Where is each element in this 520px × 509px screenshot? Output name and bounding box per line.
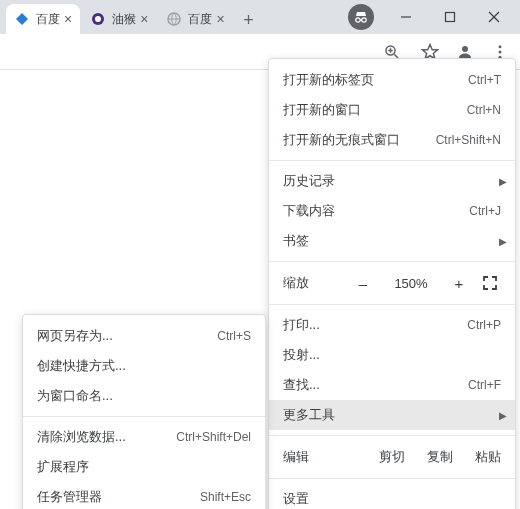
- favicon-icon: [14, 11, 30, 27]
- menu-label: 打开新的无痕式窗口: [283, 131, 436, 149]
- tab-strip: 百度 × 油猴 × 百度 × +: [0, 0, 520, 34]
- more-tools-submenu: 网页另存为... Ctrl+S 创建快捷方式... 为窗口命名... 清除浏览数…: [22, 314, 266, 509]
- menu-label: 编辑: [283, 448, 343, 466]
- tab-close-icon[interactable]: ×: [140, 12, 148, 26]
- svg-point-3: [356, 18, 360, 22]
- menu-more-tools[interactable]: 更多工具 ▶: [269, 400, 515, 430]
- tab-0[interactable]: 百度 ×: [6, 4, 80, 34]
- menu-history[interactable]: 历史记录 ▶: [269, 166, 515, 196]
- menu-label: 打开新的标签页: [283, 71, 468, 89]
- menu-shortcut: Ctrl+Shift+N: [436, 133, 501, 147]
- submenu-arrow-icon: ▶: [499, 176, 507, 187]
- favicon-icon: [166, 11, 182, 27]
- main-menu: 打开新的标签页 Ctrl+T 打开新的窗口 Ctrl+N 打开新的无痕式窗口 C…: [268, 58, 516, 509]
- submenu-task-manager[interactable]: 任务管理器 Shift+Esc: [23, 482, 265, 509]
- svg-line-10: [394, 54, 398, 58]
- svg-point-14: [462, 46, 468, 52]
- menu-downloads[interactable]: 下载内容 Ctrl+J: [269, 196, 515, 226]
- edit-cut-button[interactable]: 剪切: [379, 448, 405, 466]
- tab-2[interactable]: 百度 ×: [158, 4, 232, 34]
- menu-label: 打开新的窗口: [283, 101, 467, 119]
- menu-print[interactable]: 打印... Ctrl+P: [269, 310, 515, 340]
- menu-separator: [269, 478, 515, 479]
- tab-close-icon[interactable]: ×: [216, 12, 224, 26]
- edit-paste-button[interactable]: 粘贴: [475, 448, 501, 466]
- menu-shortcut: Ctrl+N: [467, 103, 501, 117]
- submenu-create-shortcut[interactable]: 创建快捷方式...: [23, 351, 265, 381]
- menu-shortcut: Ctrl+P: [467, 318, 501, 332]
- menu-zoom-row: 缩放 – 150% +: [269, 267, 515, 299]
- menu-label: 查找...: [283, 376, 468, 394]
- menu-new-tab[interactable]: 打开新的标签页 Ctrl+T: [269, 65, 515, 95]
- svg-point-16: [499, 50, 502, 53]
- menu-label: 设置: [283, 490, 501, 508]
- menu-label: 书签: [283, 232, 501, 250]
- menu-edit-row: 编辑 剪切 复制 粘贴: [269, 441, 515, 473]
- tab-title: 百度: [188, 11, 212, 28]
- submenu-name-window[interactable]: 为窗口命名...: [23, 381, 265, 411]
- window-controls: [348, 0, 520, 34]
- menu-label: 投射...: [283, 346, 501, 364]
- zoom-in-button[interactable]: +: [449, 275, 469, 292]
- menu-shortcut: Shift+Esc: [200, 490, 251, 504]
- minimize-button[interactable]: [384, 2, 428, 32]
- menu-shortcut: Ctrl+S: [217, 329, 251, 343]
- menu-separator: [269, 160, 515, 161]
- tab-close-icon[interactable]: ×: [64, 12, 72, 26]
- submenu-save-as[interactable]: 网页另存为... Ctrl+S: [23, 321, 265, 351]
- menu-separator: [269, 261, 515, 262]
- menu-separator: [23, 416, 265, 417]
- favicon-icon: [90, 11, 106, 27]
- menu-separator: [269, 304, 515, 305]
- menu-shortcut: Ctrl+Shift+Del: [176, 430, 251, 444]
- submenu-arrow-icon: ▶: [499, 410, 507, 421]
- svg-marker-13: [423, 44, 438, 58]
- submenu-arrow-icon: ▶: [499, 236, 507, 247]
- menu-bookmarks[interactable]: 书签 ▶: [269, 226, 515, 256]
- menu-find[interactable]: 查找... Ctrl+F: [269, 370, 515, 400]
- edit-copy-button[interactable]: 复制: [427, 448, 453, 466]
- menu-label: 扩展程序: [37, 458, 251, 476]
- tab-1[interactable]: 油猴 ×: [82, 4, 156, 34]
- new-tab-button[interactable]: +: [235, 6, 263, 34]
- menu-cast[interactable]: 投射...: [269, 340, 515, 370]
- submenu-clear-data[interactable]: 清除浏览数据... Ctrl+Shift+Del: [23, 422, 265, 452]
- menu-shortcut: Ctrl+T: [468, 73, 501, 87]
- menu-label: 更多工具: [283, 406, 501, 424]
- svg-rect-6: [446, 13, 455, 22]
- menu-label: 任务管理器: [37, 488, 200, 506]
- fullscreen-icon[interactable]: [479, 276, 501, 290]
- maximize-button[interactable]: [428, 2, 472, 32]
- tab-title: 油猴: [112, 11, 136, 28]
- svg-point-1: [95, 16, 101, 22]
- menu-label: 下载内容: [283, 202, 469, 220]
- close-window-button[interactable]: [472, 2, 516, 32]
- menu-label: 清除浏览数据...: [37, 428, 176, 446]
- menu-label: 为窗口命名...: [37, 387, 251, 405]
- menu-label: 历史记录: [283, 172, 501, 190]
- zoom-value: 150%: [389, 276, 433, 291]
- menu-label: 打印...: [283, 316, 467, 334]
- menu-shortcut: Ctrl+F: [468, 378, 501, 392]
- incognito-icon[interactable]: [348, 4, 374, 30]
- menu-new-incognito[interactable]: 打开新的无痕式窗口 Ctrl+Shift+N: [269, 125, 515, 155]
- zoom-out-button[interactable]: –: [353, 275, 373, 292]
- svg-point-15: [499, 45, 502, 48]
- svg-point-4: [362, 18, 366, 22]
- menu-new-window[interactable]: 打开新的窗口 Ctrl+N: [269, 95, 515, 125]
- menu-shortcut: Ctrl+J: [469, 204, 501, 218]
- menu-separator: [269, 435, 515, 436]
- menu-label: 创建快捷方式...: [37, 357, 251, 375]
- menu-settings[interactable]: 设置: [269, 484, 515, 509]
- menu-label: 缩放: [283, 274, 343, 292]
- tab-title: 百度: [36, 11, 60, 28]
- menu-label: 网页另存为...: [37, 327, 217, 345]
- submenu-extensions[interactable]: 扩展程序: [23, 452, 265, 482]
